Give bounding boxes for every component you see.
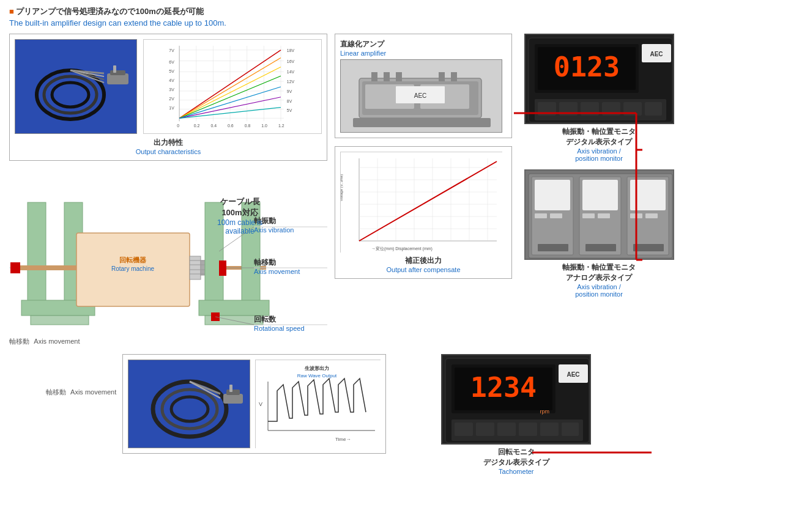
svg-rect-93 [439,72,445,81]
svg-text:0.4: 0.4 [210,124,217,128]
left-section: 7V 6V 5V 4V 3V 2V 1V 18V 16V 14V 12V [9,34,327,349]
svg-text:0: 0 [177,124,179,128]
rotary-diagram: 回転機器 Rotary machine [9,166,327,349]
svg-rect-137 [582,180,618,210]
bottom-axis-movement: 軸移動 Axis movement [46,354,116,397]
svg-rect-176 [519,423,537,436]
svg-rect-142 [598,213,610,218]
linear-amp-image: AEC [340,59,502,133]
svg-text:1.2: 1.2 [278,124,284,128]
svg-text:18V: 18V [287,48,295,53]
svg-rect-173 [455,423,473,436]
svg-rect-141 [582,213,595,218]
axis-movement-top-label: 軸移動 Axis movement [254,257,300,275]
svg-rect-58 [31,316,89,325]
svg-rect-129 [623,102,642,116]
svg-text:8V: 8V [287,99,292,103]
bottom-sensor-box: 生波形出力 Raw Wave Output V Time→ [122,354,386,454]
svg-rect-55 [28,202,46,312]
svg-rect-143 [630,213,642,218]
svg-text:3V: 3V [169,87,174,92]
output-char-label-jp: 出力特性 [154,138,183,148]
sensor-chart-box: 7V 6V 5V 4V 3V 2V 1V 18V 16V 14V 12V [9,34,327,161]
svg-rect-147 [633,244,664,251]
svg-rect-76 [219,260,226,276]
linear-amp-box: 直線化アンプ Linear amplifier [335,34,512,138]
sensor-image [15,39,137,134]
monitor1-image: AEC 0123 [524,34,674,124]
svg-rect-144 [645,213,658,218]
svg-rect-128 [602,102,620,116]
raw-wave-chart: 生波形出力 Raw Wave Output V Time→ [255,360,381,448]
svg-text:2V: 2V [169,97,174,101]
bottom-sensor-image [128,360,250,448]
svg-rect-97 [353,118,491,127]
monitor1-box: AEC 0123 軸振動・軸位置モニタ [519,34,678,162]
output-compensate-chart: Voltage (V, 3me) [340,152,502,253]
svg-rect-6 [113,65,116,73]
svg-text:→変位(mm)  Displacement (mm): →変位(mm) Displacement (mm) [371,246,433,251]
svg-text:12V: 12V [287,79,295,84]
svg-rect-126 [559,102,578,116]
svg-rect-136 [535,180,570,210]
svg-text:Voltage (V, 3me): Voltage (V, 3me) [341,174,343,201]
output-chart: 7V 6V 5V 4V 3V 2V 1V 18V 16V 14V 12V [143,39,322,134]
svg-text:0123: 0123 [553,51,619,83]
svg-rect-5 [110,70,125,75]
svg-text:AEC: AEC [414,92,427,99]
svg-text:0.8: 0.8 [245,124,251,128]
svg-text:1V: 1V [169,106,174,110]
svg-text:4V: 4V [169,78,174,83]
svg-text:Raw Wave Output: Raw Wave Output [297,373,337,379]
header-jp: プリアンプで信号処理済みなので100mの延長が可能 [9,6,801,17]
rotational-speed-label: 回転数 Rotational speed [254,314,305,332]
svg-rect-146 [585,244,616,251]
svg-text:14V: 14V [287,70,295,74]
svg-text:AEC: AEC [567,371,580,378]
svg-rect-73 [199,300,269,316]
svg-rect-177 [540,423,559,436]
svg-rect-178 [562,423,579,436]
svg-text:7V: 7V [169,48,174,53]
monitor2-label: 軸振動・軸位置モニタ アナログ表示タイプ Axis vibration / po… [562,262,636,298]
svg-text:16V: 16V [287,59,295,64]
svg-rect-139 [535,213,547,218]
svg-text:Rotary machine: Rotary machine [111,265,154,272]
svg-rect-138 [630,180,666,210]
svg-text:Time→: Time→ [335,437,351,442]
svg-rect-140 [550,213,562,218]
svg-text:0.2: 0.2 [194,124,200,128]
cable-box: ケーブル長 100m対応 100m cable is available [217,196,262,235]
svg-text:5V: 5V [287,108,292,113]
svg-rect-152 [223,394,243,404]
header-en: The built-in amplifier design can extend… [9,18,801,28]
monitor1-label: 軸振動・軸位置モニタ デジタル表示タイプ Axis vibration / po… [562,127,636,162]
output-compensate-box: Voltage (V, 3me) [335,146,512,279]
middle-section: 直線化アンプ Linear amplifier [335,34,512,349]
svg-rect-153 [226,390,240,395]
svg-text:rpm: rpm [540,408,550,415]
svg-rect-154 [229,385,232,392]
monitor3-box: AEC 1234 rpm 回転モニタ デ [441,354,591,475]
page-container: プリアンプで信号処理済みなので100mの延長が可能 The built-in a… [0,0,810,532]
header: プリアンプで信号処理済みなので100mの延長が可能 The built-in a… [9,6,801,28]
svg-rect-91 [384,72,390,81]
svg-text:0.6: 0.6 [228,124,234,128]
output-char-label-en: Output characteristics [136,148,201,155]
svg-rect-90 [371,72,377,81]
bottom-section: 軸移動 Axis movement [9,354,801,475]
svg-rect-125 [538,102,556,116]
svg-text:回転機器: 回転機器 [119,256,147,264]
svg-rect-94 [451,72,457,81]
svg-rect-75 [10,262,20,273]
svg-text:AEC: AEC [650,51,663,57]
svg-text:V: V [259,401,262,407]
svg-text:6V: 6V [169,60,174,64]
svg-text:9V: 9V [287,89,292,94]
svg-text:1.0: 1.0 [261,124,267,128]
monitor3-label: 回転モニタ デジタル表示タイプ Tachometer [483,447,549,475]
svg-rect-175 [497,423,516,436]
monitor2-image [524,169,674,260]
axis-movement-bottom: 軸移動 Axis movement [9,337,80,346]
svg-rect-174 [476,423,494,436]
